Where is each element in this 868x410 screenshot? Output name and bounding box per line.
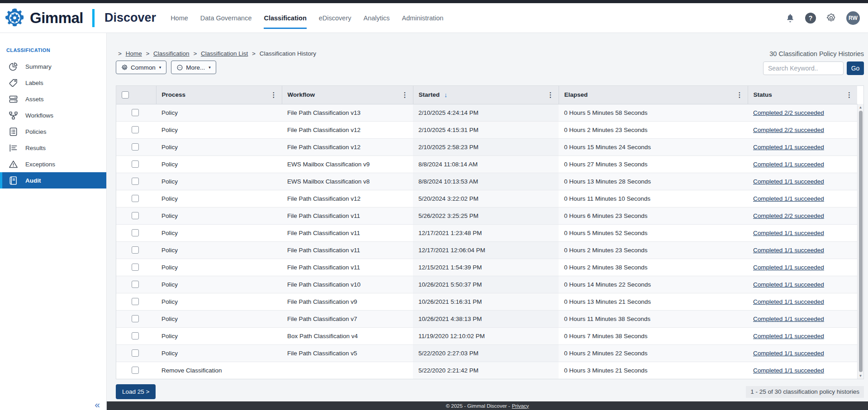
status-link[interactable]: Completed 2/2 succeeded bbox=[753, 127, 824, 133]
started-cell: 2/10/2025 4:15:31 PM bbox=[413, 121, 559, 138]
breadcrumb-classification-list[interactable]: Classification List bbox=[201, 50, 248, 57]
status-link[interactable]: Completed 1/1 succeeded bbox=[753, 367, 824, 374]
row-checkbox[interactable] bbox=[132, 281, 139, 288]
sidebar-item-audit[interactable]: Audit bbox=[0, 172, 106, 189]
brand-logo[interactable]: Gimmal Discover bbox=[4, 7, 156, 29]
go-button[interactable]: Go bbox=[847, 61, 864, 75]
sort-descending-icon[interactable]: ↓ bbox=[444, 91, 447, 99]
status-link[interactable]: Completed 1/1 succeeded bbox=[753, 298, 824, 305]
status-link[interactable]: Completed 1/1 succeeded bbox=[753, 161, 824, 168]
column-menu-icon[interactable]: ⋮ bbox=[546, 91, 555, 99]
vertical-scrollbar[interactable]: ▲ ▼ bbox=[857, 104, 863, 379]
row-checkbox[interactable] bbox=[132, 246, 139, 254]
search-input[interactable] bbox=[763, 61, 844, 75]
help-button[interactable]: ? bbox=[805, 13, 816, 24]
row-checkbox[interactable] bbox=[132, 195, 139, 202]
status-link[interactable]: Completed 1/1 succeeded bbox=[753, 247, 824, 254]
elapsed-cell: 0 Hours 2 Minutes 23 Seconds bbox=[559, 121, 748, 138]
gear-icon bbox=[826, 13, 836, 23]
status-link[interactable]: Completed 1/1 succeeded bbox=[753, 178, 824, 185]
status-link[interactable]: Completed 2/2 succeeded bbox=[753, 212, 824, 219]
row-checkbox[interactable] bbox=[132, 126, 139, 133]
sidebar-item-label: Exceptions bbox=[25, 161, 55, 168]
row-checkbox[interactable] bbox=[132, 143, 139, 151]
gear-icon bbox=[121, 64, 128, 71]
column-label: Started bbox=[419, 91, 440, 98]
breadcrumb-separator: > bbox=[118, 50, 122, 57]
elapsed-cell: 0 Hours 6 Minutes 23 Seconds bbox=[559, 207, 748, 224]
column-menu-icon[interactable]: ⋮ bbox=[401, 91, 409, 99]
row-checkbox[interactable] bbox=[132, 298, 139, 305]
nav-administration[interactable]: Administration bbox=[402, 3, 444, 33]
table-row: Policy EWS Mailbox Classification v9 8/8… bbox=[116, 156, 857, 173]
column-menu-icon[interactable]: ⋮ bbox=[270, 91, 278, 99]
nav-data-governance[interactable]: Data Governance bbox=[200, 3, 252, 33]
sidebar-item-summary[interactable]: Summary bbox=[0, 58, 106, 75]
load-more-button[interactable]: Load 25 > bbox=[116, 384, 156, 399]
sidebar-item-assets[interactable]: Assets bbox=[0, 91, 106, 107]
common-menu-button[interactable]: Common ▾ bbox=[116, 61, 166, 74]
sidebar-item-label: Results bbox=[25, 145, 46, 151]
breadcrumb-separator: > bbox=[146, 50, 149, 57]
table-row: Remove Classification 5/22/2020 2:21:42 … bbox=[116, 362, 857, 379]
table-row: Policy File Path Classification v10 10/2… bbox=[116, 276, 857, 293]
notifications-button[interactable] bbox=[785, 13, 795, 23]
sidebar-item-workflows[interactable]: Workflows bbox=[0, 107, 106, 123]
process-cell: Policy bbox=[156, 259, 282, 276]
settings-button[interactable] bbox=[826, 13, 836, 23]
gimmal-gear-logo-icon bbox=[4, 7, 25, 29]
scroll-down-icon[interactable]: ▼ bbox=[859, 372, 863, 379]
row-checkbox[interactable] bbox=[132, 367, 139, 374]
column-label: Process bbox=[162, 91, 186, 98]
column-menu-icon[interactable]: ⋮ bbox=[845, 91, 854, 99]
status-link[interactable]: Completed 1/1 succeeded bbox=[753, 316, 824, 322]
status-link[interactable]: Completed 1/1 succeeded bbox=[753, 281, 824, 288]
workflow-cell: File Path Classification v12 bbox=[282, 121, 413, 138]
row-checkbox[interactable] bbox=[132, 212, 139, 219]
status-link[interactable]: Completed 1/1 succeeded bbox=[753, 264, 824, 271]
select-all-checkbox[interactable] bbox=[122, 91, 129, 99]
more-menu-button[interactable]: More... ▾ bbox=[171, 61, 216, 74]
avatar-initials: RW bbox=[846, 11, 860, 25]
row-checkbox[interactable] bbox=[132, 315, 139, 322]
breadcrumb-classification[interactable]: Classification bbox=[153, 50, 190, 57]
status-link[interactable]: Completed 1/1 succeeded bbox=[753, 333, 824, 339]
privacy-link[interactable]: Privacy bbox=[512, 403, 529, 409]
elapsed-cell: 0 Hours 13 Minutes 21 Seconds bbox=[559, 293, 748, 310]
nav-ediscovery[interactable]: eDiscovery bbox=[319, 3, 351, 33]
sidebar-item-labels[interactable]: Labels bbox=[0, 75, 106, 91]
row-checkbox[interactable] bbox=[132, 349, 139, 357]
row-checkbox[interactable] bbox=[132, 229, 139, 236]
sidebar-collapse-button[interactable]: « bbox=[95, 400, 100, 409]
status-link[interactable]: Completed 1/1 succeeded bbox=[753, 350, 824, 357]
sidebar-item-policies[interactable]: Policies bbox=[0, 123, 106, 140]
scrollbar-thumb[interactable] bbox=[859, 111, 863, 372]
breadcrumb-home[interactable]: Home bbox=[126, 50, 142, 57]
nav-classification[interactable]: Classification bbox=[264, 3, 306, 33]
status-link[interactable]: Completed 1/1 succeeded bbox=[753, 230, 824, 236]
workflow-cell: File Path Classification v7 bbox=[282, 310, 413, 327]
elapsed-cell: 0 Hours 11 Minutes 10 Seconds bbox=[559, 190, 748, 207]
row-checkbox[interactable] bbox=[132, 264, 139, 271]
column-menu-icon[interactable]: ⋮ bbox=[735, 91, 744, 99]
scroll-up-icon[interactable]: ▲ bbox=[859, 104, 863, 110]
started-cell: 2/10/2025 2:58:23 PM bbox=[413, 138, 559, 156]
sidebar-item-results[interactable]: Results bbox=[0, 140, 106, 156]
row-checkbox[interactable] bbox=[132, 332, 139, 339]
started-cell: 5/26/2022 3:25:25 PM bbox=[413, 207, 559, 224]
process-cell: Remove Classification bbox=[156, 362, 282, 379]
user-avatar[interactable]: RW bbox=[846, 11, 860, 25]
browser-top-strip bbox=[0, 0, 868, 3]
table-row: Policy File Path Classification v5 5/22/… bbox=[116, 344, 857, 362]
elapsed-cell: 0 Hours 5 Minutes 58 Seconds bbox=[559, 104, 748, 121]
toolbar: Common ▾ More... bbox=[116, 61, 316, 74]
row-checkbox[interactable] bbox=[132, 109, 139, 116]
status-link[interactable]: Completed 2/2 succeeded bbox=[753, 109, 824, 116]
status-link[interactable]: Completed 1/1 succeeded bbox=[753, 144, 824, 151]
status-link[interactable]: Completed 1/1 succeeded bbox=[753, 195, 824, 202]
row-checkbox[interactable] bbox=[132, 160, 139, 168]
row-checkbox[interactable] bbox=[132, 178, 139, 185]
nav-analytics[interactable]: Analytics bbox=[363, 3, 389, 33]
nav-home[interactable]: Home bbox=[171, 3, 188, 33]
sidebar-item-exceptions[interactable]: Exceptions bbox=[0, 156, 106, 172]
